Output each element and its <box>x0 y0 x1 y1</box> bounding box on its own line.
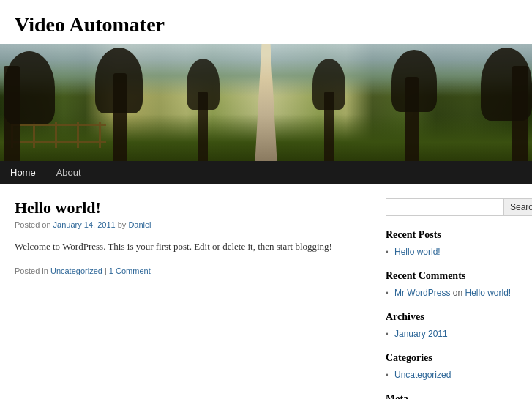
post-meta: Posted on January 14, 2011 by Daniel <box>15 220 371 229</box>
recent-posts-list: Hello world! <box>386 245 517 258</box>
recent-comments-widget: Recent Comments Mr WordPress on Hello wo… <box>386 270 517 299</box>
comment-post-link[interactable]: Hello world! <box>465 288 512 298</box>
post-category-link[interactable]: Uncategorized <box>50 266 102 275</box>
search-button[interactable]: Search <box>504 198 532 216</box>
recent-post-link[interactable]: Hello world! <box>394 247 441 257</box>
search-widget: Search <box>386 198 517 216</box>
post-date-link[interactable]: January 14, 2011 <box>53 220 116 229</box>
list-item: January 2011 <box>386 327 517 340</box>
recent-comments-title: Recent Comments <box>386 270 517 282</box>
post-content: Welcome to WordPress. This is your first… <box>15 239 371 255</box>
list-item: Uncategorized <box>386 368 517 381</box>
archive-link[interactable]: January 2011 <box>394 329 448 339</box>
categories-title: Categories <box>386 352 517 364</box>
meta-widget: Meta Log in Entries RSS Comments RSS Wor… <box>386 393 517 399</box>
hero-image <box>0 44 532 161</box>
categories-list: Uncategorized <box>386 368 517 381</box>
archives-widget: Archives January 2011 <box>386 311 517 340</box>
list-item: Hello world! <box>386 245 517 258</box>
post-footer: Posted in Uncategorized | 1 Comment <box>15 266 371 275</box>
nav: Home About <box>0 161 532 184</box>
main-content: Hello world! Posted on January 14, 2011 … <box>15 198 371 399</box>
search-input[interactable] <box>386 198 504 216</box>
site-title: Video Automater <box>15 13 517 37</box>
archives-title: Archives <box>386 311 517 323</box>
sidebar: Search Recent Posts Hello world! Recent … <box>386 198 517 399</box>
recent-posts-title: Recent Posts <box>386 229 517 241</box>
post-comments-link[interactable]: 1 Comment <box>109 266 151 275</box>
categories-widget: Categories Uncategorized <box>386 352 517 381</box>
post-author-link[interactable]: Daniel <box>128 220 151 229</box>
nav-item-home[interactable]: Home <box>0 161 46 184</box>
recent-posts-widget: Recent Posts Hello world! <box>386 229 517 258</box>
list-item: Mr WordPress on Hello world! <box>386 286 517 299</box>
nav-item-about[interactable]: About <box>46 161 91 184</box>
recent-comments-list: Mr WordPress on Hello world! <box>386 286 517 299</box>
meta-title: Meta <box>386 393 517 399</box>
comment-author-link[interactable]: Mr WordPress <box>394 288 450 298</box>
category-link[interactable]: Uncategorized <box>394 370 451 380</box>
post-title: Hello world! <box>15 198 371 217</box>
archives-list: January 2011 <box>386 327 517 340</box>
